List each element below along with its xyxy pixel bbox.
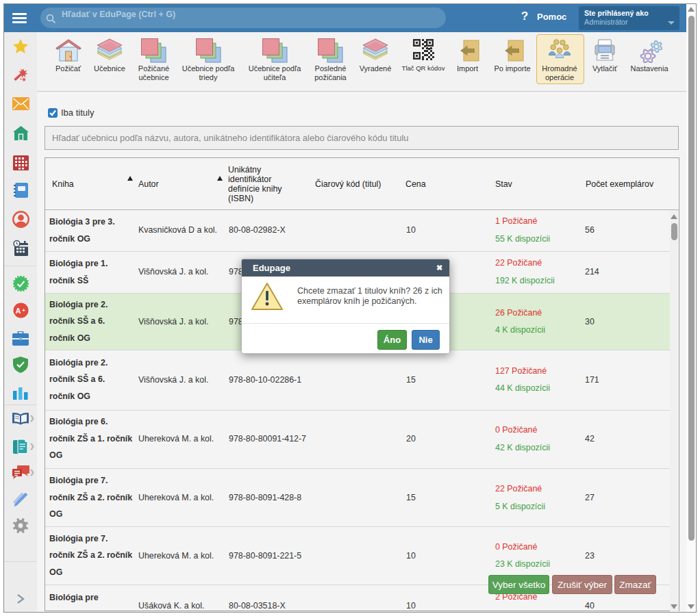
svg-text:+: + [22,307,25,313]
svg-text:A: A [15,307,21,315]
